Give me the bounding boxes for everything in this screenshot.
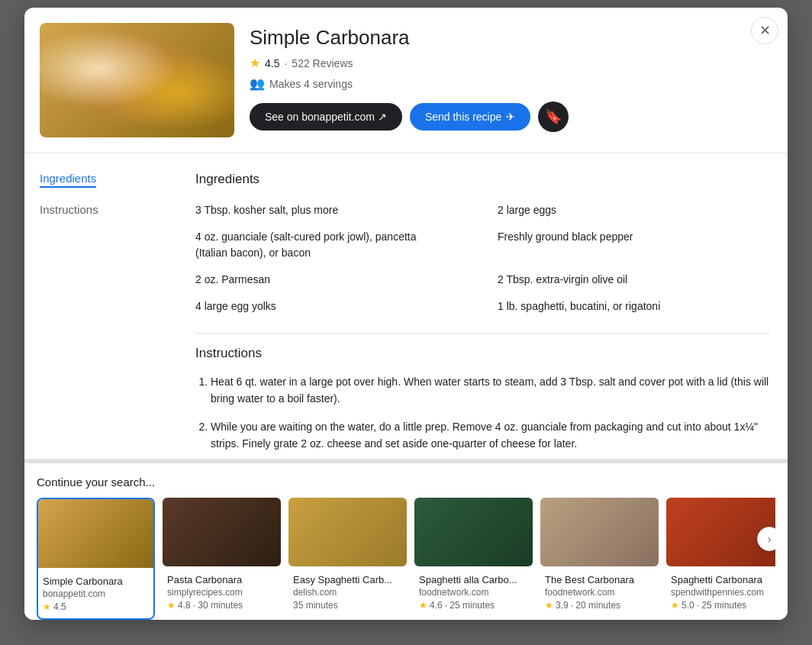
rating-separator: · <box>284 57 287 69</box>
review-count: 522 Reviews <box>292 57 353 69</box>
result-meta-5: ★ 5.0 · 25 minutes <box>671 600 775 611</box>
ingredients-grid: 3 Tbsp. kosher salt, plus more 2 large e… <box>195 199 769 318</box>
result-source-3: foodnetwork.com <box>419 587 528 598</box>
result-source-4: foodnetwork.com <box>545 587 654 598</box>
servings-text: Makes 4 servings <box>269 78 353 90</box>
result-star-1: ★ <box>167 600 176 611</box>
ingredient-3: 2 oz. Parmesan <box>195 269 467 291</box>
recipe-actions: See on bonappetit.com ↗ Send this recipe… <box>250 102 772 132</box>
recipe-image-visual <box>40 23 234 137</box>
result-title-3: Spaghetti alla Carbo... <box>419 574 528 585</box>
ingredient-6: Freshly ground black pepper <box>498 226 769 264</box>
send-recipe-label: Send this recipe <box>425 111 501 123</box>
result-source-0: bonappetit.com <box>43 589 149 599</box>
recipe-header: Simple Carbonara ★ 4.5 · 522 Reviews 👥 M… <box>24 8 788 153</box>
continue-search-section: Continue your search... Simple Carbonara… <box>24 459 788 620</box>
bookmark-icon: 🔖 <box>545 108 562 125</box>
result-image-0 <box>38 499 153 568</box>
result-title-0: Simple Carbonara <box>43 576 149 587</box>
result-meta-4: ★ 3.9 · 20 minutes <box>545 600 654 611</box>
result-title-4: The Best Carbonara <box>545 574 654 585</box>
result-card-1[interactable]: Pasta Carbonara simplyrecipes.com ★ 4.8 … <box>163 498 281 620</box>
ingredient-5: 2 large eggs <box>498 199 769 221</box>
result-image-bg-0 <box>38 499 153 568</box>
recipe-content: Ingredients Instructions Ingredients 3 T… <box>24 153 788 459</box>
result-title-1: Pasta Carbonara <box>167 574 276 585</box>
result-rating-4: 3.9 <box>556 600 569 611</box>
result-source-2: delish.com <box>293 587 402 598</box>
instruction-2: While you are waiting on the water, do a… <box>211 418 769 453</box>
bonappetit-button[interactable]: See on bonappetit.com ↗ <box>250 103 402 131</box>
result-rating-1: 4.8 <box>178 600 191 611</box>
result-image-bg-4 <box>540 498 659 566</box>
result-image-1 <box>163 498 281 566</box>
result-title-2: Easy Spaghetti Carb... <box>293 574 402 585</box>
close-button[interactable]: ✕ <box>751 17 778 44</box>
recipe-image <box>40 23 234 137</box>
recipe-nav: Ingredients Instructions <box>24 153 177 459</box>
recipe-details: Ingredients 3 Tbsp. kosher salt, plus mo… <box>177 153 788 459</box>
recipe-title: Simple Carbonara <box>250 26 772 50</box>
result-image-bg-3 <box>414 498 533 566</box>
result-meta-1: ★ 4.8 · 30 minutes <box>167 600 276 611</box>
scroll-right-button[interactable]: › <box>757 527 775 551</box>
result-card-2[interactable]: Easy Spaghetti Carb... delish.com 35 min… <box>288 498 407 620</box>
instruction-1: Heat 6 qt. water in a large pot over hig… <box>211 373 769 408</box>
result-star-4: ★ <box>545 600 553 611</box>
ingredient-2: 4 oz. guanciale (salt-cured pork jowl), … <box>195 226 467 264</box>
send-recipe-button[interactable]: Send this recipe ✈ <box>410 103 530 131</box>
section-divider <box>195 333 769 334</box>
nav-ingredients[interactable]: Ingredients <box>40 172 96 188</box>
recipe-rating: ★ 4.5 · 522 Reviews <box>250 56 772 70</box>
bonappetit-label: See on bonappetit.com ↗ <box>265 111 387 123</box>
result-source-1: simplyrecipes.com <box>167 587 276 598</box>
result-star-0: ★ <box>43 601 51 612</box>
result-card-4[interactable]: The Best Carbonara foodnetwork.com ★ 3.9… <box>540 498 659 620</box>
ingredient-1: 3 Tbsp. kosher salt, plus more <box>195 199 467 221</box>
ingredients-title: Ingredients <box>195 172 769 187</box>
result-image-bg-2 <box>288 498 407 566</box>
result-rating-3: 4.6 <box>430 600 443 611</box>
result-star-3: ★ <box>419 600 427 611</box>
ingredient-4: 4 large egg yolks <box>195 295 467 318</box>
instructions-list: Heat 6 qt. water in a large pot over hig… <box>195 373 769 459</box>
result-card-3[interactable]: Spaghetti alla Carbo... foodnetwork.com … <box>414 498 533 620</box>
result-card-0[interactable]: Simple Carbonara bonappetit.com ★ 4.5 <box>37 498 155 620</box>
result-title-5: Spaghetti Carbonara <box>671 574 775 585</box>
close-icon: ✕ <box>759 22 771 39</box>
bookmark-button[interactable]: 🔖 <box>538 102 569 132</box>
result-meta-2: 35 minutes <box>293 600 402 611</box>
result-image-bg-1 <box>163 498 281 566</box>
result-rating-0: 4.5 <box>53 601 66 612</box>
ingredient-8: 1 lb. spaghetti, bucatini, or rigatoni <box>498 295 769 318</box>
result-star-5: ★ <box>671 600 679 611</box>
continue-search-label: Continue your search... <box>37 476 775 489</box>
recipe-modal: Simple Carbonara ★ 4.5 · 522 Reviews 👥 M… <box>24 8 788 620</box>
result-image-4 <box>540 498 659 566</box>
ingredient-7: 2 Tbsp. extra-virgin olive oil <box>498 269 769 291</box>
rating-score: 4.5 <box>265 57 279 69</box>
result-card-5[interactable]: Spaghetti Carbonara spendwithpennies.com… <box>666 498 775 620</box>
results-scroll: Simple Carbonara bonappetit.com ★ 4.5 Pa… <box>37 498 775 620</box>
recipe-info: Simple Carbonara ★ 4.5 · 522 Reviews 👥 M… <box>250 23 772 132</box>
nav-instructions[interactable]: Instructions <box>40 203 162 216</box>
result-image-3 <box>414 498 533 566</box>
result-meta-0: ★ 4.5 <box>43 601 149 612</box>
result-meta-3: ★ 4.6 · 25 minutes <box>419 600 528 611</box>
result-rating-5: 5.0 <box>682 600 694 611</box>
result-image-2 <box>288 498 407 566</box>
send-icon: ✈ <box>506 111 515 123</box>
recipe-servings: 👥 Makes 4 servings <box>250 76 772 91</box>
result-source-5: spendwithpennies.com <box>671 587 775 598</box>
people-icon: 👥 <box>250 76 265 91</box>
instructions-title: Instructions <box>195 346 769 361</box>
star-icon: ★ <box>250 56 260 70</box>
